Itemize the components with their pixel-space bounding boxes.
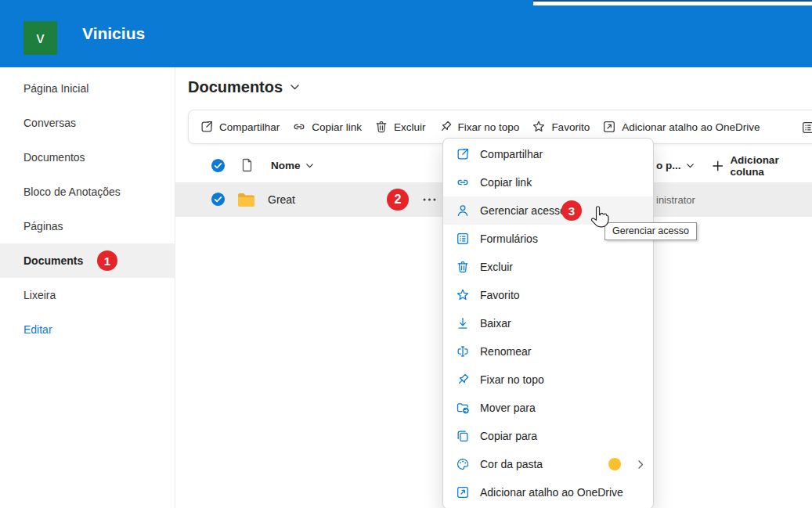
menu-item-label: Excluir (480, 261, 513, 273)
page-title: Documentos (188, 78, 299, 96)
forms-icon (801, 121, 812, 135)
menu-item-label: Copiar link (480, 176, 532, 189)
share-icon (200, 120, 214, 134)
row-more-actions-button[interactable] (423, 182, 436, 217)
site-logo[interactable]: v (23, 21, 57, 55)
menu-item-mover-para[interactable]: Mover para (443, 394, 653, 422)
shortcut-icon (456, 485, 470, 499)
toolbar-overflow-button[interactable] (801, 121, 812, 135)
sidebar-item-documentos[interactable]: Documentos (0, 140, 175, 175)
select-all-checkbox[interactable] (211, 158, 226, 173)
annotation-step-badge-2: 2 (387, 189, 409, 211)
menu-item-label: Renomear (480, 345, 531, 358)
toolbar-button-label: Fixar no topo (458, 121, 520, 133)
sidebar-item-pagina-inicial[interactable]: Página Inicial (0, 71, 175, 106)
site-title[interactable]: Vinicius (82, 0, 145, 67)
folder-color-swatch (608, 458, 621, 470)
menu-item-label: Favorito (480, 289, 520, 301)
trash-icon (374, 120, 388, 134)
menu-item-cor-da-pasta[interactable]: Cor da pasta (443, 450, 653, 478)
top-right-notch (533, 0, 812, 5)
toolbar-copiar-link-button[interactable]: Copiar link (286, 110, 368, 143)
menu-item-label: Formulários (480, 232, 538, 245)
sidebar-item-label: Documentos (23, 151, 85, 164)
chevron-down-icon (687, 164, 694, 168)
menu-item-label: Gerenciar acesso (480, 204, 566, 217)
sidebar-item-label: Conversas (23, 117, 76, 129)
sidebar-item-label: Páginas (23, 220, 63, 232)
toolbar-excluir-button[interactable]: Excluir (368, 110, 432, 143)
menu-item-adicionar-atalho-onedrive[interactable]: Adicionar atalho ao OneDrive (443, 478, 653, 506)
menu-item-label: Adicionar atalho ao OneDrive (480, 486, 623, 499)
sidebar-item-paginas[interactable]: Páginas (0, 209, 175, 243)
star-icon (532, 120, 546, 134)
context-menu: Compartilhar Copiar link Gerenciar acess… (442, 138, 654, 508)
more-icon (423, 198, 436, 201)
menu-item-label: Mover para (480, 402, 536, 414)
menu-item-label: Copiar para (480, 430, 537, 442)
row-name[interactable]: Great (268, 182, 295, 217)
pin-icon (456, 373, 470, 387)
column-header-label: Nome (271, 160, 301, 171)
star-icon (456, 288, 470, 302)
menu-item-gerenciar-acesso[interactable]: Gerenciar acesso 3 (443, 196, 653, 225)
tooltip: Gerenciar acesso (604, 222, 697, 240)
column-header-nome[interactable]: Nome (271, 149, 313, 182)
share-icon (456, 147, 470, 161)
forms-icon (456, 232, 470, 246)
toolbar-compartilhar-button[interactable]: Compartilhar (193, 110, 286, 143)
sidebar-item-documents[interactable]: Documents 1 (0, 243, 175, 278)
menu-item-favorito[interactable]: Favorito (443, 281, 653, 309)
annotation-step-badge-1: 1 (97, 250, 117, 271)
column-header-modificado-por[interactable]: o p... (656, 149, 694, 182)
menu-item-label: Baixar (480, 317, 511, 330)
toolbar-button-label: Adicionar atalho ao OneDrive (622, 121, 760, 133)
person-icon (456, 204, 470, 218)
sidebar-item-label: Editar (23, 323, 52, 336)
sidebar-item-lixeira[interactable]: Lixeira (0, 278, 175, 312)
app-window: v Vinicius Página Inicial Conversas Docu… (0, 0, 812, 508)
site-logo-initial: v (37, 29, 45, 47)
download-icon (456, 316, 470, 330)
menu-item-baixar[interactable]: Baixar (443, 309, 653, 337)
row-checkbox[interactable] (211, 192, 226, 207)
menu-item-compartilhar[interactable]: Compartilhar (443, 140, 653, 168)
menu-item-copiar-para[interactable]: Copiar para (443, 422, 653, 450)
toolbar-button-label: Copiar link (312, 121, 362, 133)
sidebar-item-label: Página Inicial (23, 82, 88, 95)
menu-item-label: Cor da pasta (480, 458, 543, 470)
menu-item-fixar-no-topo[interactable]: Fixar no topo (443, 366, 653, 394)
chevron-down-icon (306, 164, 313, 168)
sidebar-item-editar[interactable]: Editar (0, 312, 175, 347)
add-column-button[interactable]: Adicionar coluna (713, 149, 812, 182)
rename-icon (456, 344, 470, 358)
chevron-right-icon (638, 460, 644, 469)
shortcut-icon (602, 120, 616, 134)
cursor-pointer-icon (590, 205, 611, 231)
move-folder-icon (456, 401, 470, 415)
site-header: v Vinicius (0, 0, 812, 67)
pin-icon (438, 120, 453, 134)
toolbar-button-label: Excluir (394, 121, 426, 133)
menu-item-renomear[interactable]: Renomear (443, 337, 653, 366)
link-icon (456, 175, 470, 189)
menu-item-label: Compartilhar (480, 148, 543, 160)
sidebar-item-label: Lixeira (23, 289, 56, 301)
sidebar-item-label: Documents (23, 254, 83, 267)
sidebar-item-label: Bloco de Anotações (23, 186, 121, 198)
toolbar-button-label: Favorito (551, 121, 590, 133)
add-column-label: Adicionar coluna (730, 154, 812, 178)
sidebar-item-conversas[interactable]: Conversas (0, 106, 175, 140)
chevron-down-icon[interactable] (291, 85, 299, 90)
trash-icon (456, 260, 470, 274)
menu-item-label: Fixar no topo (480, 373, 544, 386)
toolbar-button-label: Compartilhar (219, 121, 280, 133)
annotation-step-badge-3: 3 (561, 200, 582, 221)
sidebar: Página Inicial Conversas Documentos Bloc… (0, 67, 175, 508)
link-icon (292, 120, 306, 134)
sidebar-item-bloco-de-anotacoes[interactable]: Bloco de Anotações (0, 175, 175, 209)
menu-item-excluir[interactable]: Excluir (443, 253, 653, 281)
menu-item-copiar-link[interactable]: Copiar link (443, 168, 653, 196)
page-title-text: Documentos (188, 78, 283, 96)
column-header-label: o p... (656, 160, 681, 171)
